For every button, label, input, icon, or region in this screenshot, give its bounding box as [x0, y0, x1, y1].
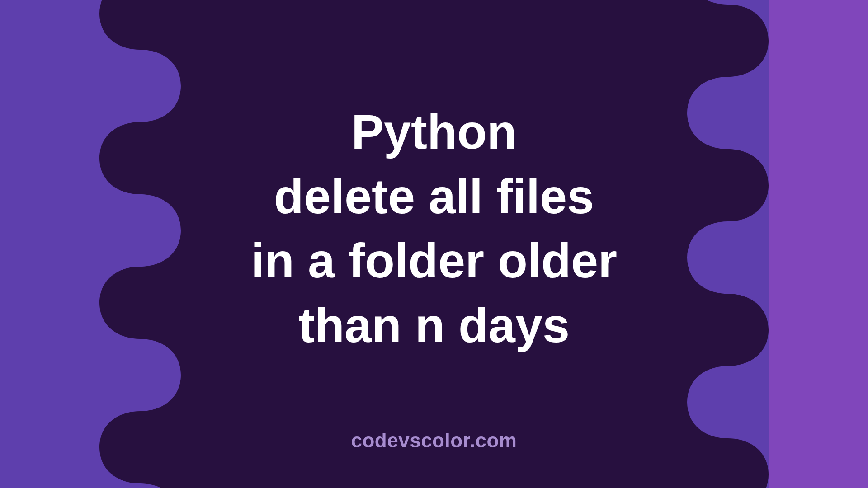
- title-line-2: delete all files: [251, 164, 617, 229]
- banner-title: Python delete all files in a folder olde…: [251, 100, 617, 357]
- title-line-4: than n days: [251, 293, 617, 357]
- title-line-3: in a folder older: [251, 229, 617, 293]
- banner-canvas: Python delete all files in a folder olde…: [0, 0, 868, 488]
- title-line-1: Python: [251, 100, 617, 164]
- watermark-text: codevscolor.com: [351, 429, 517, 452]
